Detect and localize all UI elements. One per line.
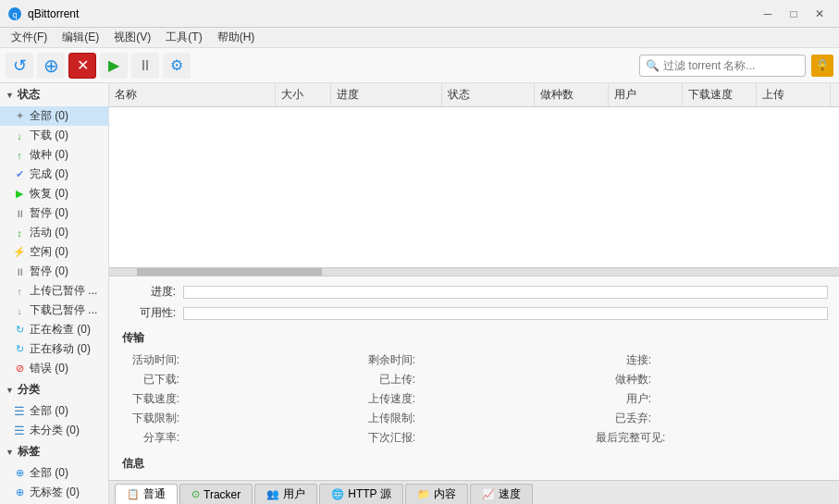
inactive-icon: ⚡ bbox=[13, 246, 26, 259]
tab-tracker[interactable]: ⊙ Tracker bbox=[179, 484, 253, 504]
search-input[interactable] bbox=[663, 59, 793, 72]
pause-icon: ⏸ bbox=[13, 207, 26, 220]
tab-general-label: 普通 bbox=[143, 486, 166, 502]
sidebar-item-checking[interactable]: ↻ 正在检查 (0) bbox=[0, 320, 108, 339]
sidebar-item-seed[interactable]: ↑ 做种 (0) bbox=[0, 145, 108, 165]
settings-button[interactable]: ⚙ bbox=[163, 53, 191, 79]
progress-bar-container bbox=[183, 286, 828, 299]
transfer-section-title: 传输 bbox=[120, 330, 828, 346]
field-ul-limit: 上传限制: bbox=[356, 410, 592, 427]
sidebar-item-download-paused[interactable]: ↓ 下载已暂停 ... bbox=[0, 301, 108, 320]
scrollbar-thumb[interactable] bbox=[137, 268, 322, 276]
sidebar-item-paused2[interactable]: ⏸ 暂停 (0) bbox=[0, 262, 108, 281]
sidebar-item-untagged-label: 无标签 (0) bbox=[30, 485, 80, 500]
moving-icon: ↻ bbox=[13, 343, 26, 356]
field-remaining-time: 剩余时间: bbox=[356, 351, 592, 369]
menu-item-2[interactable]: 视图(V) bbox=[106, 28, 158, 47]
sidebar-section-category[interactable]: ▼ 分类 bbox=[0, 378, 108, 401]
sidebar-item-inactive-label: 空闲 (0) bbox=[30, 244, 68, 260]
done-icon: ✔ bbox=[13, 168, 26, 181]
back-button[interactable]: ↺ bbox=[6, 53, 33, 79]
sidebar-section-status-label: 状态 bbox=[18, 87, 40, 103]
sidebar-item-moving[interactable]: ↻ 正在移动 (0) bbox=[0, 339, 108, 359]
minimize-button[interactable]: ─ bbox=[756, 5, 780, 23]
sidebar-item-paused2-label: 暂停 (0) bbox=[30, 264, 68, 279]
sidebar-item-untagged[interactable]: ⊕ 无标签 (0) bbox=[0, 483, 108, 502]
next-announce-label: 下次汇报: bbox=[360, 430, 415, 446]
sidebar-section-status[interactable]: ▼ 状态 bbox=[0, 83, 108, 106]
content-tab-icon: 📁 bbox=[417, 488, 430, 500]
search-icon: 🔍 bbox=[646, 59, 660, 72]
play-button[interactable]: ▶ bbox=[100, 53, 128, 79]
sidebar-item-download[interactable]: ↓ 下载 (0) bbox=[0, 126, 108, 145]
sidebar-item-pause[interactable]: ⏸ 暂停 (0) bbox=[0, 203, 108, 223]
close-button[interactable]: ✕ bbox=[808, 5, 832, 23]
col-header-peers[interactable]: 用户 bbox=[609, 83, 683, 106]
col-header-progress[interactable]: 进度 bbox=[331, 83, 442, 106]
active-time-label: 活动时间: bbox=[124, 352, 179, 368]
tab-content[interactable]: 📁 内容 bbox=[405, 484, 468, 504]
menu-item-3[interactable]: 工具(T) bbox=[158, 28, 209, 47]
col-header-name[interactable]: 名称 bbox=[109, 83, 276, 106]
tab-speed-label: 速度 bbox=[499, 486, 521, 502]
torrent-scrollbar[interactable] bbox=[109, 268, 839, 276]
sidebar-section-tags[interactable]: ▼ 标签 bbox=[0, 440, 108, 463]
progress-row: 进度: bbox=[120, 284, 828, 300]
pause-button[interactable]: ⏸ bbox=[131, 53, 159, 79]
tab-http-sources[interactable]: 🌐 HTTP 源 bbox=[319, 484, 402, 504]
menu-item-0[interactable]: 文件(F) bbox=[4, 28, 55, 47]
sidebar-item-resume[interactable]: ▶ 恢复 (0) bbox=[0, 184, 108, 203]
menu-item-1[interactable]: 编辑(E) bbox=[55, 28, 106, 47]
peers-tab-icon: 👥 bbox=[266, 488, 279, 500]
sidebar-item-uncategorized[interactable]: ☰ 未分类 (0) bbox=[0, 421, 108, 440]
sidebar-section-tags-label: 标签 bbox=[18, 444, 40, 460]
scrollbar-track[interactable] bbox=[109, 268, 839, 276]
paused2-icon: ⏸ bbox=[13, 265, 26, 278]
tab-peers[interactable]: 👥 用户 bbox=[254, 484, 317, 504]
col-header-seeds[interactable]: 做种数 bbox=[535, 83, 609, 106]
detail-panel: 进度: 可用性: 传输 活动时间: 剩余时间: bbox=[109, 276, 839, 480]
sidebar-item-active[interactable]: ↕ 活动 (0) bbox=[0, 223, 108, 242]
delete-button[interactable]: ✕ bbox=[68, 53, 96, 79]
sidebar-item-uncategorized-label: 未分类 (0) bbox=[30, 423, 80, 438]
menu-bar: 文件(F)编辑(E)视图(V)工具(T)帮助(H) bbox=[0, 28, 839, 48]
sidebar-item-all-status[interactable]: ✦ 全部 (0) bbox=[0, 106, 108, 126]
maximize-button[interactable]: □ bbox=[782, 5, 806, 23]
speed-tab-icon: 📈 bbox=[482, 488, 495, 500]
field-dl-limit: 下载限制: bbox=[120, 410, 356, 427]
general-tab-icon: 📋 bbox=[127, 488, 140, 500]
title-left: q qBittorrent bbox=[7, 6, 79, 21]
svg-text:q: q bbox=[12, 10, 17, 19]
tab-speed[interactable]: 📈 速度 bbox=[470, 484, 533, 504]
lock-button[interactable]: 🔒 bbox=[811, 55, 833, 77]
sidebar-item-error[interactable]: ⊘ 错误 (0) bbox=[0, 359, 108, 378]
sidebar-item-all-category-label: 全部 (0) bbox=[30, 403, 68, 419]
field-connections: 连接: bbox=[592, 351, 828, 369]
search-box: 🔍 bbox=[639, 55, 806, 77]
share-ratio-label: 分享率: bbox=[124, 430, 179, 446]
ul-limit-label: 上传限制: bbox=[360, 411, 415, 426]
availability-row: 可用性: bbox=[120, 305, 828, 321]
col-header-status[interactable]: 状态 bbox=[442, 83, 535, 106]
tab-general[interactable]: 📋 普通 bbox=[115, 484, 178, 504]
chevron-down-icon: ▼ bbox=[6, 91, 14, 100]
col-header-size[interactable]: 大小 bbox=[276, 83, 331, 106]
sidebar-item-checking-label: 正在检查 (0) bbox=[30, 322, 91, 338]
sidebar-item-active-label: 活动 (0) bbox=[30, 225, 68, 240]
last-seen-label: 最后完整可见: bbox=[596, 430, 665, 446]
sidebar-section-category-label: 分类 bbox=[18, 382, 40, 398]
resume-icon: ▶ bbox=[13, 188, 26, 201]
active-icon: ↕ bbox=[13, 227, 26, 240]
torrent-list[interactable]: 名称 大小 进度 状态 做种数 用户 下载速度 上传 bbox=[109, 83, 839, 268]
tag-all-icon: ⊕ bbox=[13, 467, 26, 480]
col-header-ulspeed[interactable]: 上传 bbox=[757, 83, 831, 106]
sidebar-item-all-category[interactable]: ☰ 全部 (0) bbox=[0, 401, 108, 421]
sidebar-item-done-label: 完成 (0) bbox=[30, 166, 68, 182]
add-button[interactable]: ⊕ bbox=[37, 53, 65, 79]
menu-item-4[interactable]: 帮助(H) bbox=[210, 28, 263, 47]
sidebar-item-inactive[interactable]: ⚡ 空闲 (0) bbox=[0, 242, 108, 262]
sidebar-item-done[interactable]: ✔ 完成 (0) bbox=[0, 165, 108, 184]
sidebar-item-upload-paused[interactable]: ↑ 上传已暂停 ... bbox=[0, 281, 108, 301]
col-header-dlspeed[interactable]: 下载速度 bbox=[683, 83, 757, 106]
sidebar-item-all-tags[interactable]: ⊕ 全部 (0) bbox=[0, 463, 108, 483]
